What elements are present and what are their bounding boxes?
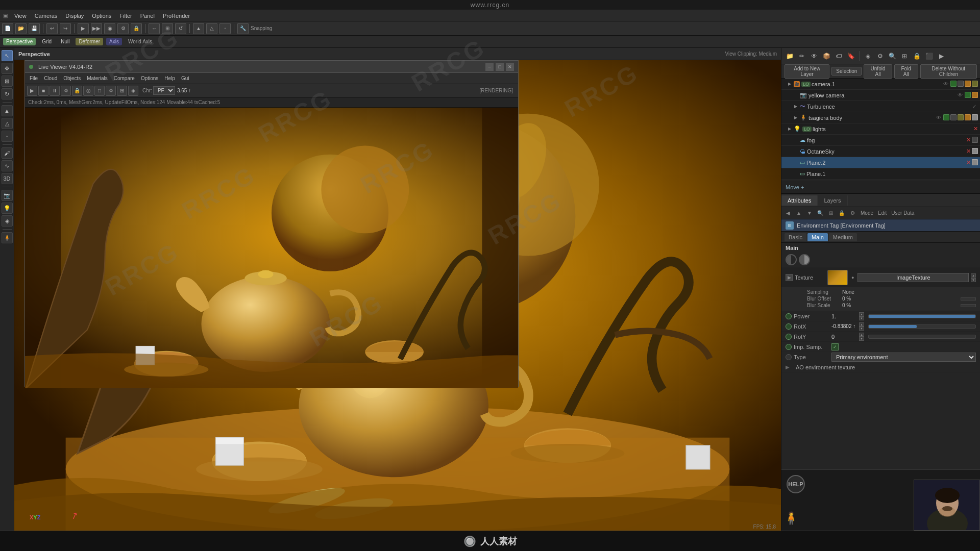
sub-tab-main[interactable]: Main [807,233,828,241]
rpanel-icon-bookmarks[interactable]: 🔖 [846,51,856,61]
tool-move[interactable]: ↔ [149,23,160,34]
tool-edge[interactable]: △ [206,23,217,34]
live-pause[interactable]: ⏸ [50,86,60,96]
live-menu-materials[interactable]: Materials [84,74,110,82]
tool-rotate[interactable]: ↺ [175,23,186,34]
tool-poly[interactable]: ▲ [193,23,204,34]
tool-scale2[interactable]: ⊠ [2,76,13,87]
tool-lock[interactable]: 🔒 [131,23,142,34]
live-menu-cloud[interactable]: Cloud [41,74,60,82]
menu-prorender[interactable]: ProRender [159,12,193,20]
chr-select[interactable]: PF [153,86,175,95]
prop-value-power[interactable]: 1. [831,313,857,319]
btn-axis[interactable]: Axis [106,38,122,45]
tool-brush[interactable]: 🖌 [2,147,13,159]
tree-item-turbulence[interactable]: ▶ 〜 Turbulence ✓ [781,101,980,112]
rpanel-icon-extra6[interactable]: ⬛ [924,51,934,61]
edit-label[interactable]: Edit [878,210,887,216]
rpanel-icon-extra1[interactable]: ◈ [863,51,873,61]
menu-options[interactable]: Options [88,12,115,20]
tool-point[interactable]: ◦ [219,23,231,34]
window-minimize[interactable]: – [485,63,494,71]
tool-camera2[interactable]: 📷 [2,190,13,201]
tool-render-settings[interactable]: ⚙ [117,23,129,34]
live-play[interactable]: ▶ [27,86,37,96]
window-close[interactable]: ✕ [506,63,514,71]
rpanel-icon-file[interactable]: 📁 [785,51,795,61]
prop-enable-power[interactable] [786,313,792,319]
live-stop[interactable]: ■ [38,86,48,96]
roty-step-up[interactable]: ▲ [859,333,864,337]
rotx-slider[interactable] [868,324,976,329]
rpanel-icon-extra7[interactable]: ▶ [936,51,946,61]
attr-prev2[interactable]: ▼ [805,209,814,218]
power-step-down[interactable]: ▼ [859,316,864,320]
move-plus-btn[interactable]: Move + [786,184,804,190]
tool-move2[interactable]: ✥ [2,63,13,74]
attr-extra2[interactable]: 🔒 [837,209,846,218]
prop-value-roty[interactable]: 0 [831,334,857,340]
live-menu-help[interactable]: Help [162,74,178,82]
tool-poly2[interactable]: ▲ [2,105,13,116]
live-menu-objects[interactable]: Objects [61,74,83,82]
tool-scale[interactable]: ⊞ [162,23,173,34]
btn-grid[interactable]: Grid [39,38,55,45]
tool-character[interactable]: 🧍 [2,232,13,243]
tool-open[interactable]: 📂 [15,23,27,34]
tool-select[interactable]: ↖ [2,50,13,61]
rpanel-icon-edit[interactable]: ✏ [797,51,807,61]
roty-slider[interactable] [868,335,976,339]
live-t1[interactable]: ⊞ [117,86,127,96]
roty-step-down[interactable]: ▼ [859,337,864,341]
live-settings[interactable]: ⚙ [61,86,71,96]
mode-label[interactable]: Mode [861,210,873,216]
tool-light2[interactable]: 💡 [2,203,13,214]
tree-item-lights[interactable]: ▶ 💡 LO lights ✕ [781,123,980,135]
menu-cameras[interactable]: Cameras [31,12,61,20]
attr-extra1[interactable]: ⊞ [826,209,836,218]
tree-expand-camera1[interactable]: ▶ [787,81,793,87]
tree-expand-turb[interactable]: ▶ [793,104,799,110]
btn-unfold-all[interactable]: Unfold All [864,64,892,79]
tree-item-yellow-camera[interactable]: 📷 yellow camera 👁 [781,90,980,101]
btn-delete-without-children[interactable]: Delete Without Children [920,64,977,79]
prop-enable-rotx[interactable] [786,323,792,330]
live-gear[interactable]: ⚙ [106,86,116,96]
snap-btn[interactable]: 🔧 [237,23,249,34]
btn-perspective[interactable]: Perspective [3,38,36,45]
tex-step-up[interactable]: ▲ [971,273,976,278]
tree-item-plane1[interactable]: ▭ Plane.1 [781,168,980,180]
tree-item-plane2[interactable]: ▭ Plane.2 ✕ [781,157,980,168]
menu-filter[interactable]: Filter [116,12,135,20]
rpanel-icon-objects[interactable]: 📦 [821,51,831,61]
live-menu-file[interactable]: File [27,74,40,82]
tool-undo[interactable]: ↩ [46,23,58,34]
tool-rotate2[interactable]: ↻ [2,88,13,99]
rpanel-icon-view[interactable]: 👁 [809,51,819,61]
rotx-step-up[interactable]: ▲ [859,322,864,327]
tool-render-region[interactable]: ▶▶ [91,23,102,34]
tool-redo[interactable]: ↪ [60,23,71,34]
tree-expand-body[interactable]: ▶ [793,115,799,121]
imp-samp-checkbox[interactable]: ✓ [831,343,839,350]
texture-name-btn[interactable]: ImageTexture [857,273,969,282]
userdata-label[interactable]: User Data [891,210,914,216]
live-circular[interactable]: ◎ [83,86,93,96]
rpanel-icon-extra3[interactable]: 🔍 [887,51,897,61]
help-circle[interactable]: HELP [787,475,805,493]
tool-save[interactable]: 💾 [29,23,40,34]
btn-deformer[interactable]: Deformer [76,38,103,45]
tex-step-down[interactable]: ▼ [971,278,976,282]
rotx-step-down[interactable]: ▼ [859,327,864,331]
ao-row[interactable]: ▶ AO environment texture [781,362,980,372]
live-t2[interactable]: ◈ [128,86,138,96]
tool-point2[interactable]: ◦ [2,131,13,142]
tool-render[interactable]: ▶ [78,23,89,34]
live-menu-options[interactable]: Options [138,74,161,82]
rpanel-icon-tags[interactable]: 🏷 [834,51,844,61]
rpanel-icon-extra5[interactable]: 🔒 [912,51,922,61]
prop-enable-imp-samp[interactable] [786,344,792,350]
attr-extra3[interactable]: ⚙ [848,209,857,218]
tab-layers[interactable]: Layers [818,195,847,206]
tree-item-fog[interactable]: ☁ fog ✕ [781,135,980,146]
